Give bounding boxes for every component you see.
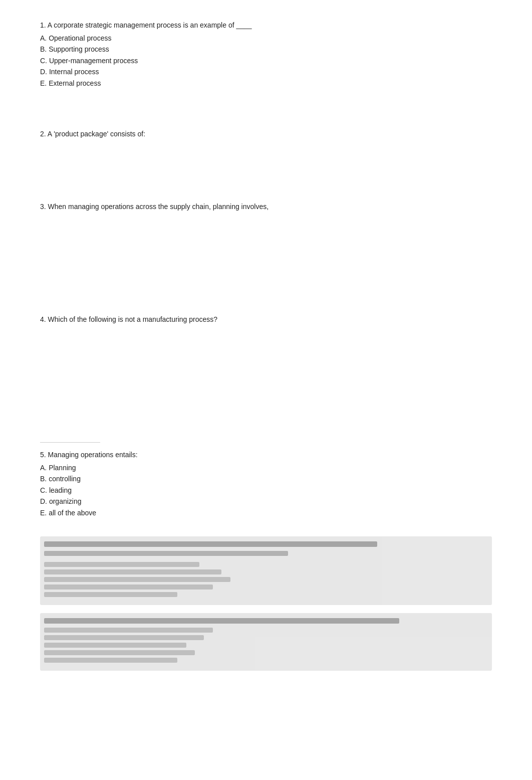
q5-option-d: D. organizing — [40, 496, 492, 507]
q1-options: A. Operational process B. Supporting pro… — [40, 33, 492, 89]
blurred-question-6 — [40, 536, 492, 605]
q1-option-e: E. External process — [40, 78, 492, 89]
q1-body: A corporate strategic management process… — [48, 21, 252, 29]
q2-body: A 'product package' consists of: — [48, 130, 145, 138]
q2-number: 2. — [40, 130, 46, 138]
q1-option-a: A. Operational process — [40, 33, 492, 44]
blurred-question-7 — [40, 613, 492, 671]
separator-line — [40, 442, 100, 443]
q1-text: 1. A corporate strategic management proc… — [40, 20, 492, 31]
q5-body: Managing operations entails: — [48, 451, 138, 459]
q1-option-d: D. Internal process — [40, 66, 492, 77]
q2-text: 2. A 'product package' consists of: — [40, 129, 492, 139]
q4-body: Which of the following is not a manufact… — [48, 315, 218, 323]
question-5: 5. Managing operations entails: A. Plann… — [40, 450, 492, 518]
q1-number: 1. — [40, 21, 46, 29]
question-4: 4. Which of the following is not a manuf… — [40, 314, 492, 325]
question-2: 2. A 'product package' consists of: — [40, 129, 492, 139]
q5-option-e: E. all of the above — [40, 507, 492, 518]
q5-option-c: C. leading — [40, 485, 492, 496]
q1-option-c: C. Upper-management process — [40, 55, 492, 66]
q3-text: 3. When managing operations across the s… — [40, 202, 492, 212]
q5-option-b: B. controlling — [40, 473, 492, 484]
q5-number: 5. — [40, 451, 46, 459]
q3-number: 3. — [40, 203, 46, 211]
q4-text: 4. Which of the following is not a manuf… — [40, 314, 492, 325]
q4-number: 4. — [40, 315, 46, 323]
question-1: 1. A corporate strategic management proc… — [40, 20, 492, 89]
q5-option-a: A. Planning — [40, 462, 492, 473]
q3-body: When managing operations across the supp… — [48, 203, 269, 211]
q5-text: 5. Managing operations entails: — [40, 450, 492, 460]
q5-options: A. Planning B. controlling C. leading D.… — [40, 462, 492, 518]
q1-option-b: B. Supporting process — [40, 44, 492, 55]
question-3: 3. When managing operations across the s… — [40, 202, 492, 212]
